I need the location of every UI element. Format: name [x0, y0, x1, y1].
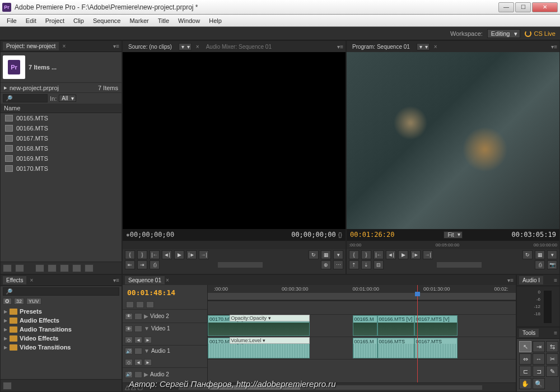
sequence-tab[interactable]: Sequence 01 — [125, 276, 165, 284]
name-column-header[interactable]: Name — [1, 104, 122, 113]
clip-video[interactable]: 00165.M — [353, 315, 377, 336]
find-icon[interactable] — [48, 264, 57, 272]
in-filter-select[interactable]: All — [59, 95, 76, 102]
new-bin-icon[interactable] — [60, 264, 69, 272]
lock-icon[interactable] — [134, 313, 142, 320]
eye-icon[interactable]: 👁 — [125, 325, 133, 332]
minimize-button[interactable]: — — [498, 2, 514, 12]
fx-badge-icon[interactable]: ✪ — [3, 298, 12, 305]
track-lane-video1[interactable]: 00170.MTS [V] Opacity:Opacity ▾ 00165.M … — [208, 314, 516, 337]
overwrite-button[interactable]: ⇥ — [137, 260, 147, 269]
play-button[interactable]: ▶ — [398, 250, 408, 259]
timeline-timecode[interactable]: 00:01:48:14 — [123, 285, 207, 300]
opacity-rubber-band[interactable]: Opacity:Opacity ▾ — [230, 315, 310, 321]
pen-tool[interactable]: ✎ — [546, 366, 558, 377]
menu-help[interactable]: Help — [204, 16, 226, 25]
effects-folder-audio-transitions[interactable]: ▶Audio Transitions — [1, 325, 122, 334]
collapse-icon[interactable]: ▶ — [144, 313, 148, 319]
hand-tool[interactable]: ✋ — [519, 378, 531, 389]
project-search-input[interactable] — [3, 94, 48, 102]
clip-audio[interactable]: 00165.M — [353, 338, 377, 358]
track-header-video1[interactable]: 👁 ▼ Video 1 ◇ ◄ ► — [123, 323, 207, 345]
collapse-icon[interactable]: ▼ — [144, 325, 150, 332]
clip-audio[interactable]: 00166.MTS — [377, 338, 414, 358]
timeline-zoom-slider[interactable] — [179, 385, 482, 390]
effects-folder-audio-effects[interactable]: ▶Audio Effects — [1, 316, 122, 325]
tools-panel-menu-icon[interactable]: ≡ — [554, 330, 557, 336]
step-back-button[interactable]: ◄| — [386, 250, 396, 259]
effects-panel-menu-icon[interactable]: ▾≡ — [113, 277, 119, 283]
track-lane-audio1[interactable]: 00170.MTS [A] Volume:Level ▾ 00165.M 001… — [208, 337, 516, 359]
speaker-icon[interactable]: 🔊 — [125, 371, 133, 378]
menu-clip[interactable]: Clip — [69, 16, 88, 25]
source-viewport[interactable] — [123, 52, 346, 229]
track-select-tool[interactable]: ⇥ — [533, 341, 545, 352]
mark-out-button[interactable]: } — [361, 250, 371, 259]
workspace-select[interactable]: Editing — [487, 29, 521, 38]
ripple-edit-tool[interactable]: ⇆ — [546, 341, 558, 352]
effects-tab[interactable]: Effects — [3, 276, 26, 284]
timeline-panel-menu-icon[interactable]: ▾≡ — [507, 277, 514, 283]
volume-rubber-band[interactable]: Volume:Level ▾ — [230, 337, 310, 344]
keyframe-icon[interactable]: ◇ — [125, 359, 133, 366]
razor-tool[interactable]: ✂ — [546, 353, 558, 365]
mark-out-button[interactable]: } — [137, 250, 147, 259]
playhead[interactable] — [417, 285, 418, 382]
source-tab-close-icon[interactable]: × — [196, 44, 199, 50]
goto-out-button[interactable]: →| — [199, 250, 209, 259]
effects-search-input[interactable] — [3, 287, 119, 296]
asset-row[interactable]: 00165.MTS — [1, 113, 122, 123]
track-header-audio2[interactable]: 🔊 ▶ Audio 2 — [123, 367, 207, 381]
effects-folder-video-transitions[interactable]: ▶Video Transitions — [1, 343, 122, 352]
program-panel-menu-icon[interactable]: ▾≡ — [551, 44, 557, 50]
source-panel-menu-icon[interactable]: ▾≡ — [337, 44, 343, 50]
effects-folder-video-effects[interactable]: ▶Video Effects — [1, 334, 122, 343]
asset-row[interactable]: 00169.MTS — [1, 153, 122, 164]
slide-tool[interactable]: ⊐ — [533, 366, 545, 377]
speaker-icon[interactable]: 🔊 — [125, 348, 133, 354]
program-viewport[interactable] — [347, 52, 559, 229]
track-header-video2[interactable]: 👁 ▶ Video 2 — [123, 309, 207, 323]
source-timecode-left[interactable]: 00;00;00;00 — [130, 231, 174, 239]
menu-title[interactable]: Title — [153, 16, 174, 25]
effects-tab-close-icon[interactable]: × — [30, 277, 33, 283]
shuttle-slider[interactable] — [437, 262, 482, 268]
icon-view-icon[interactable] — [15, 264, 24, 272]
badge-32[interactable]: 32 — [14, 298, 24, 305]
slip-tool[interactable]: ⊏ — [519, 366, 531, 377]
zoom-fit-select[interactable]: Fit — [444, 231, 462, 239]
play-button[interactable]: ▶ — [174, 250, 184, 259]
collapse-icon[interactable]: ▶ — [144, 371, 148, 377]
source-clip-select[interactable]: ▾ — [179, 43, 192, 50]
project-tab-close-icon[interactable]: × — [62, 43, 66, 49]
effects-folder-presets[interactable]: ▶Presets — [1, 307, 122, 316]
keyframe-icon[interactable]: ◇ — [125, 337, 133, 343]
goto-in-button[interactable]: |← — [374, 250, 384, 259]
source-ruler[interactable] — [123, 240, 346, 249]
menu-window[interactable]: Window — [174, 16, 204, 25]
timeline-ruler[interactable]: :00:00 00:00:30:00 00:01:00:00 00:01:30:… — [208, 285, 516, 301]
cs-live-button[interactable]: CS Live — [525, 30, 556, 37]
trash-icon[interactable] — [85, 264, 94, 272]
export-frame-button[interactable]: ⎙ — [535, 260, 545, 269]
extra-button[interactable]: ⋯ — [333, 260, 343, 269]
project-tab[interactable]: Project: new-project — [3, 42, 59, 50]
asset-row[interactable]: 00167.MTS — [1, 133, 122, 143]
lock-icon[interactable] — [134, 348, 142, 354]
output-button[interactable]: ▾ — [333, 250, 343, 259]
zoom-tool[interactable]: 🔍 — [533, 378, 545, 389]
menu-marker[interactable]: Marker — [125, 16, 153, 25]
step-back-button[interactable]: ◄| — [162, 250, 172, 259]
extract-button[interactable]: ⇣ — [361, 260, 371, 269]
track-lane-audio2[interactable] — [208, 359, 516, 372]
program-sequence-select[interactable]: ▾ — [417, 43, 430, 50]
clip-audio[interactable]: 00167.MTS — [414, 338, 458, 358]
mark-in-button[interactable]: { — [125, 250, 135, 259]
prev-keyframe-icon[interactable]: ◄ — [134, 337, 142, 343]
maximize-button[interactable]: ☐ — [515, 2, 531, 12]
next-keyframe-icon[interactable]: ► — [144, 359, 152, 366]
new-item-icon[interactable] — [72, 264, 81, 272]
track-header-audio1[interactable]: 🔊 ▼ Audio 1 ◇ ◄ ► — [123, 345, 207, 367]
output-button[interactable]: ▾ — [547, 250, 557, 259]
lock-icon[interactable] — [134, 325, 142, 332]
